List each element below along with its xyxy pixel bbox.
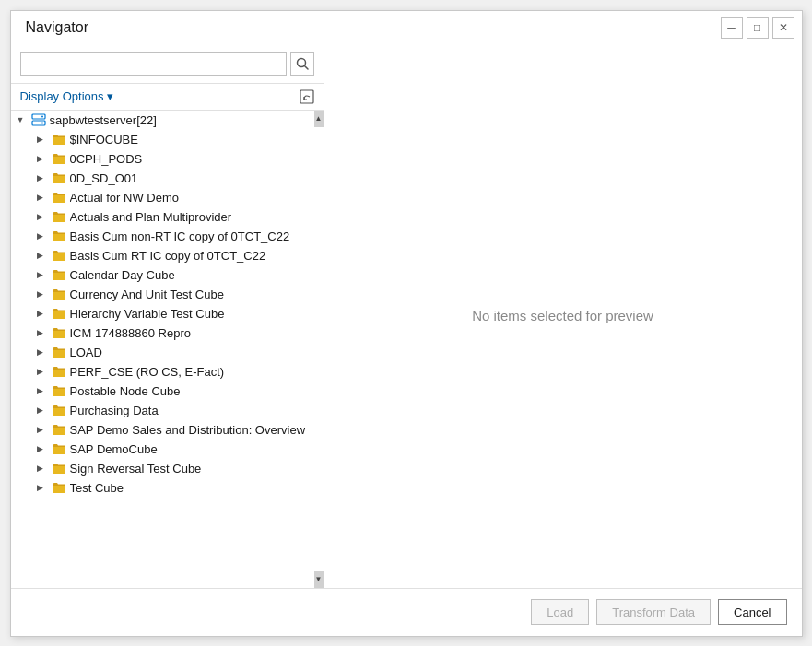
item-chevron-icon: ▶: [37, 270, 48, 279]
tree-item[interactable]: ▶ Test Cube: [11, 478, 324, 498]
folder-icon: [52, 171, 66, 184]
root-label: sapbwtestserver[22]: [50, 113, 157, 127]
item-label: 0D_SD_O01: [70, 171, 138, 185]
item-chevron-icon: ▶: [37, 347, 48, 357]
chevron-up-icon: ▲: [315, 114, 323, 123]
svg-point-5: [41, 116, 43, 118]
svg-rect-2: [300, 90, 313, 103]
tree-item[interactable]: ▶ Actual for NW Demo: [11, 188, 324, 207]
folder-icon: [52, 307, 66, 320]
tree-item[interactable]: ▶ Sign Reversal Test Cube: [11, 459, 324, 478]
scroll-down-button[interactable]: ▼: [314, 571, 324, 588]
tree-item[interactable]: ▶ SAP Demo Sales and Distribution: Overv…: [11, 420, 324, 440]
folder-icon: [52, 365, 66, 378]
folder-icon: [52, 133, 66, 146]
folder-icon: [52, 288, 66, 300]
tree-item[interactable]: ▶ Purchasing Data: [11, 401, 324, 420]
item-label: PERF_CSE (RO CS, E-Fact): [70, 365, 225, 379]
close-button[interactable]: ✕: [772, 17, 794, 39]
item-chevron-icon: ▶: [37, 405, 48, 415]
search-input[interactable]: [20, 52, 287, 76]
refresh-button[interactable]: [300, 89, 314, 104]
item-chevron-icon: ▶: [37, 367, 48, 376]
tree-item[interactable]: ▶ SAP DemoCube: [11, 440, 324, 459]
folder-icon: [52, 326, 66, 339]
item-label: Basis Cum non-RT IC copy of 0TCT_C22: [70, 229, 290, 243]
title-controls: ─ □ ✕: [721, 17, 794, 39]
chevron-down-icon: ▾: [107, 89, 113, 103]
tree-item[interactable]: ▶ PERF_CSE (RO CS, E-Fact): [11, 362, 324, 382]
tree-item[interactable]: ▶ Currency And Unit Test Cube: [11, 285, 324, 304]
search-button[interactable]: [290, 52, 314, 76]
item-label: SAP DemoCube: [70, 442, 158, 456]
folder-icon: [52, 229, 66, 242]
scroll-up-button[interactable]: ▲: [314, 111, 324, 127]
folder-icon: [52, 191, 66, 204]
display-options-button[interactable]: Display Options ▾: [20, 89, 113, 103]
item-label: Hierarchy Variable Test Cube: [70, 307, 225, 321]
item-label: ICM 174888860 Repro: [70, 326, 192, 340]
search-bar: [11, 44, 324, 84]
title-bar: Navigator ─ □ ✕: [11, 11, 802, 44]
cancel-button[interactable]: Cancel: [718, 599, 786, 625]
item-label: Basis Cum RT IC copy of 0TCT_C22: [70, 249, 266, 263]
folder-icon: [52, 423, 66, 436]
right-panel: No items selected for preview: [324, 44, 802, 588]
item-label: Sign Reversal Test Cube: [70, 462, 202, 476]
folder-icon: [52, 152, 66, 165]
maximize-button[interactable]: □: [747, 17, 769, 39]
item-chevron-icon: ▶: [37, 135, 48, 144]
transform-data-button[interactable]: Transform Data: [596, 599, 711, 625]
item-chevron-icon: ▶: [37, 231, 48, 241]
svg-point-6: [41, 123, 43, 124]
item-label: 0CPH_PODS: [70, 152, 143, 166]
item-label: $INFOCUBE: [70, 133, 138, 147]
tree-root-item[interactable]: ▼ sapbwtestserver[22]: [11, 111, 324, 130]
tree-item[interactable]: ▶ Basis Cum RT IC copy of 0TCT_C22: [11, 246, 324, 265]
folder-icon: [52, 404, 66, 417]
tree-items-container: ▶ $INFOCUBE▶ 0CPH_PODS▶ 0D_SD_O01▶ Actua…: [11, 130, 324, 498]
item-chevron-icon: ▶: [37, 193, 48, 202]
item-chevron-icon: ▶: [37, 173, 48, 182]
item-label: Postable Node Cube: [70, 384, 181, 398]
tree-item[interactable]: ▶ $INFOCUBE: [11, 130, 324, 149]
tree-item[interactable]: ▶ 0D_SD_O01: [11, 169, 324, 188]
item-chevron-icon: ▶: [37, 212, 48, 221]
item-label: Purchasing Data: [70, 404, 159, 417]
tree-item[interactable]: ▶ 0CPH_PODS: [11, 149, 324, 169]
item-chevron-icon: ▶: [37, 289, 48, 299]
item-label: Currency And Unit Test Cube: [70, 288, 224, 301]
item-chevron-icon: ▶: [37, 309, 48, 318]
tree-item[interactable]: ▶ Actuals and Plan Multiprovider: [11, 207, 324, 227]
navigator-window: Navigator ─ □ ✕ Displa: [10, 10, 803, 637]
minimize-button[interactable]: ─: [721, 17, 743, 39]
item-chevron-icon: ▶: [37, 251, 48, 260]
folder-icon: [52, 268, 66, 281]
folder-icon: [52, 442, 66, 455]
item-label: SAP Demo Sales and Distribution: Overvie…: [70, 423, 306, 437]
folder-icon: [52, 384, 66, 397]
load-button[interactable]: Load: [531, 599, 589, 625]
folder-icon: [52, 210, 66, 223]
tree-item[interactable]: ▶ LOAD: [11, 343, 324, 362]
root-chevron-icon: ▼: [17, 115, 28, 124]
tree-item[interactable]: ▶ Basis Cum non-RT IC copy of 0TCT_C22: [11, 227, 324, 246]
empty-preview-message: No items selected for preview: [472, 308, 653, 323]
tree-item[interactable]: ▶ Postable Node Cube: [11, 382, 324, 401]
tree-item[interactable]: ▶ ICM 174888860 Repro: [11, 323, 324, 343]
svg-line-1: [304, 65, 308, 69]
tree-item[interactable]: ▶ Hierarchy Variable Test Cube: [11, 304, 324, 323]
item-label: LOAD: [70, 346, 102, 359]
refresh-icon: [300, 89, 314, 104]
footer: Load Transform Data Cancel: [11, 588, 802, 636]
folder-icon: [52, 462, 66, 475]
tree-container[interactable]: ▲ ▼ sapbwtestserver[22] ▶ $INFOCUBE▶: [11, 111, 324, 588]
display-options-bar: Display Options ▾: [11, 84, 324, 111]
tree-item[interactable]: ▶ Calendar Day Cube: [11, 265, 324, 285]
search-icon: [296, 57, 309, 70]
folder-icon: [52, 346, 66, 358]
item-label: Test Cube: [70, 481, 124, 495]
item-label: Actual for NW Demo: [70, 191, 179, 205]
item-chevron-icon: ▶: [37, 386, 48, 395]
folder-icon: [52, 481, 66, 494]
